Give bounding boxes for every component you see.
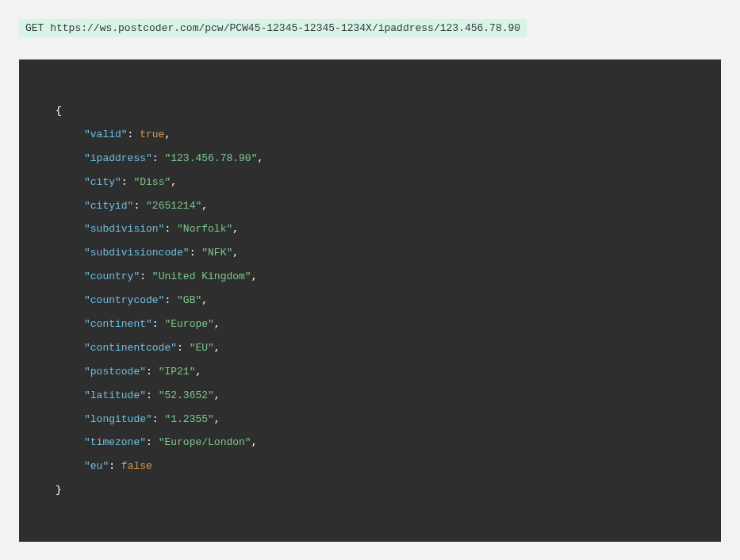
json-sep: :	[140, 270, 152, 282]
request-url: https://ws.postcoder.com/pcw/PCW45-12345…	[50, 22, 520, 34]
json-key: "continent"	[84, 318, 152, 330]
json-value: "GB"	[177, 294, 201, 306]
api-request-line: GET https://ws.postcoder.com/pcw/PCW45-1…	[19, 19, 527, 37]
open-brace: {	[56, 105, 62, 117]
http-method: GET	[25, 22, 44, 34]
json-comma: ,	[201, 200, 208, 212]
json-response-block: { "valid": true, "ipaddress": "123.456.7…	[19, 59, 721, 542]
json-comma: ,	[251, 270, 258, 282]
json-sep: :	[146, 366, 159, 378]
json-value: "United Kingdom"	[152, 270, 251, 282]
json-key: "timezone"	[84, 436, 146, 448]
json-comma: ,	[257, 152, 263, 164]
json-comma: ,	[251, 436, 258, 448]
json-sep: :	[121, 176, 134, 188]
json-key: "subdivision"	[84, 223, 164, 235]
json-sep: :	[152, 413, 165, 425]
json-value: "Europe"	[164, 318, 213, 330]
json-value: "1.2355"	[164, 413, 213, 425]
json-value: "NFK"	[201, 247, 232, 259]
json-comma: ,	[171, 176, 177, 188]
json-value: "IP21"	[159, 366, 196, 378]
json-value: "2651214"	[146, 200, 201, 212]
json-comma: ,	[214, 342, 220, 354]
json-sep: :	[146, 436, 159, 448]
json-key: "city"	[84, 176, 121, 188]
json-value: "Diss"	[133, 176, 171, 188]
json-comma: ,	[214, 318, 220, 330]
json-sep: :	[152, 318, 165, 330]
json-comma: ,	[201, 294, 208, 306]
json-value: "123.456.78.90"	[164, 152, 257, 164]
json-value: "EU"	[190, 342, 214, 354]
json-key: "postcode"	[84, 366, 146, 378]
json-key: "cityid"	[84, 200, 133, 212]
json-key: "countrycode"	[84, 294, 164, 306]
json-sep: :	[146, 389, 159, 401]
json-sep: :	[128, 128, 140, 140]
close-brace: }	[56, 484, 62, 496]
json-comma: ,	[164, 128, 171, 140]
json-key: "subdivisioncode"	[84, 247, 190, 259]
json-sep: :	[164, 294, 177, 306]
json-comma: ,	[232, 223, 239, 235]
json-key: "continentcode"	[84, 342, 177, 354]
json-key: "latitude"	[84, 389, 146, 401]
json-sep: :	[109, 460, 121, 472]
json-key: "valid"	[84, 128, 128, 140]
json-value: true	[140, 128, 164, 140]
json-key: "eu"	[84, 460, 109, 472]
json-value: false	[121, 460, 152, 472]
json-value: "Norfolk"	[177, 223, 232, 235]
json-value: "Europe/London"	[159, 436, 251, 448]
json-comma: ,	[214, 389, 220, 401]
json-sep: :	[190, 247, 202, 259]
json-key: "country"	[84, 270, 140, 282]
json-key: "ipaddress"	[84, 152, 152, 164]
json-sep: :	[133, 200, 146, 212]
json-sep: :	[177, 342, 190, 354]
json-sep: :	[164, 223, 177, 235]
json-value: "52.3652"	[159, 389, 214, 401]
json-sep: :	[152, 152, 165, 164]
json-comma: ,	[232, 247, 239, 259]
json-key: "longitude"	[84, 413, 152, 425]
json-comma: ,	[195, 366, 201, 378]
json-comma: ,	[214, 413, 220, 425]
